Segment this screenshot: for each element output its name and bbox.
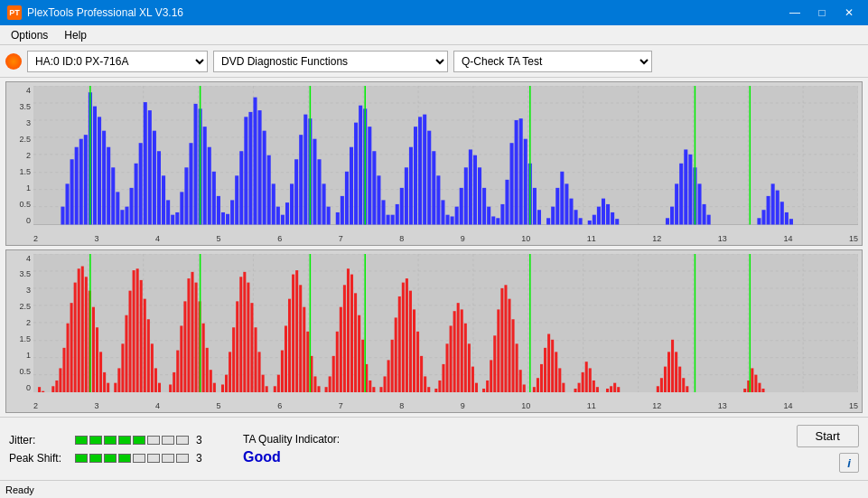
- svg-rect-319: [551, 339, 554, 392]
- drive-select[interactable]: HA:0 ID:0 PX-716A: [27, 51, 208, 72]
- svg-rect-57: [212, 172, 216, 225]
- svg-rect-238: [229, 352, 231, 392]
- ps-seg-4: [118, 454, 131, 463]
- svg-rect-215: [133, 270, 135, 392]
- svg-rect-261: [317, 386, 320, 392]
- svg-rect-37: [120, 210, 124, 224]
- svg-rect-330: [606, 388, 609, 392]
- svg-rect-213: [125, 315, 127, 392]
- svg-rect-52: [189, 143, 192, 224]
- menu-item-options[interactable]: Options: [4, 27, 55, 43]
- svg-rect-28: [79, 139, 83, 225]
- svg-rect-343: [743, 388, 746, 392]
- svg-rect-159: [785, 212, 789, 225]
- svg-rect-38: [125, 207, 128, 225]
- svg-rect-287: [420, 355, 423, 392]
- svg-rect-316: [540, 363, 543, 392]
- info-button[interactable]: i: [839, 453, 859, 473]
- svg-rect-312: [519, 370, 522, 392]
- ps-seg-6: [147, 454, 160, 463]
- svg-rect-132: [565, 183, 568, 224]
- svg-rect-323: [574, 388, 577, 392]
- svg-rect-148: [688, 155, 692, 225]
- svg-rect-212: [121, 343, 124, 392]
- svg-rect-53: [194, 104, 198, 225]
- svg-rect-218: [144, 298, 146, 392]
- minimize-button[interactable]: —: [783, 4, 807, 22]
- close-button[interactable]: ✕: [837, 4, 861, 22]
- svg-rect-127: [537, 210, 541, 224]
- svg-rect-24: [61, 207, 64, 225]
- svg-rect-303: [486, 380, 489, 392]
- ta-quality-column: TA Quality Indicator: Good: [243, 433, 340, 465]
- app-icon: PT: [7, 5, 22, 20]
- svg-rect-334: [657, 386, 659, 392]
- svg-rect-331: [610, 386, 612, 392]
- svg-rect-329: [596, 387, 599, 392]
- svg-rect-315: [537, 378, 539, 392]
- svg-rect-121: [510, 143, 514, 224]
- start-button[interactable]: Start: [797, 425, 859, 447]
- svg-rect-217: [140, 279, 143, 392]
- maximize-button[interactable]: □: [810, 4, 834, 22]
- top-chart-inner: [33, 86, 858, 225]
- svg-rect-262: [325, 387, 328, 392]
- svg-rect-297: [461, 309, 463, 392]
- svg-rect-79: [313, 139, 316, 225]
- svg-rect-97: [400, 188, 404, 225]
- jitter-seg-5: [133, 436, 145, 445]
- svg-rect-44: [153, 131, 156, 225]
- bottom-panel: Jitter: 3 Peak Shift:: [0, 417, 868, 480]
- svg-rect-140: [606, 204, 610, 225]
- svg-rect-283: [406, 278, 408, 392]
- svg-rect-129: [551, 207, 555, 225]
- svg-rect-317: [544, 347, 546, 392]
- svg-rect-27: [75, 147, 79, 225]
- svg-rect-253: [288, 298, 291, 392]
- svg-rect-195: [55, 380, 58, 392]
- svg-rect-277: [384, 376, 387, 392]
- svg-rect-41: [139, 143, 143, 224]
- svg-rect-302: [482, 388, 485, 392]
- svg-rect-106: [441, 200, 444, 224]
- peak-shift-value: 3: [196, 452, 207, 465]
- svg-rect-64: [244, 117, 247, 224]
- svg-rect-264: [332, 355, 335, 392]
- title-bar-left: PT PlexTools Professional XL V3.16: [7, 5, 183, 20]
- svg-rect-237: [225, 374, 228, 392]
- svg-rect-332: [613, 382, 616, 392]
- function-select[interactable]: DVD Diagnostic Functions: [213, 51, 448, 72]
- svg-rect-73: [285, 202, 289, 224]
- svg-rect-109: [455, 207, 459, 225]
- svg-rect-193: [42, 390, 44, 392]
- svg-rect-31: [93, 107, 97, 225]
- svg-rect-301: [475, 382, 478, 392]
- status-text: Ready: [5, 484, 34, 495]
- svg-rect-99: [409, 147, 413, 225]
- drive-logo-icon: [5, 53, 22, 70]
- svg-rect-279: [391, 339, 394, 392]
- svg-rect-80: [317, 159, 321, 224]
- svg-rect-117: [491, 216, 495, 224]
- svg-rect-100: [414, 127, 417, 224]
- svg-rect-309: [508, 298, 510, 392]
- svg-rect-308: [504, 285, 507, 392]
- svg-rect-61: [230, 200, 234, 224]
- svg-rect-337: [667, 352, 670, 392]
- bottom-chart-svg: [33, 254, 858, 393]
- svg-rect-345: [751, 368, 753, 392]
- svg-rect-292: [442, 363, 444, 392]
- peak-shift-row: Peak Shift: 3: [9, 452, 207, 465]
- svg-rect-200: [74, 282, 77, 392]
- menu-item-help[interactable]: Help: [57, 27, 94, 43]
- svg-rect-131: [560, 172, 564, 225]
- svg-rect-252: [285, 325, 287, 392]
- svg-rect-144: [670, 207, 674, 225]
- svg-rect-141: [611, 212, 614, 225]
- svg-rect-255: [295, 270, 298, 392]
- svg-rect-199: [70, 303, 73, 392]
- test-select[interactable]: Q-Check TA Test: [453, 51, 652, 72]
- svg-rect-82: [327, 207, 331, 225]
- svg-rect-146: [679, 164, 683, 225]
- svg-rect-324: [578, 382, 581, 392]
